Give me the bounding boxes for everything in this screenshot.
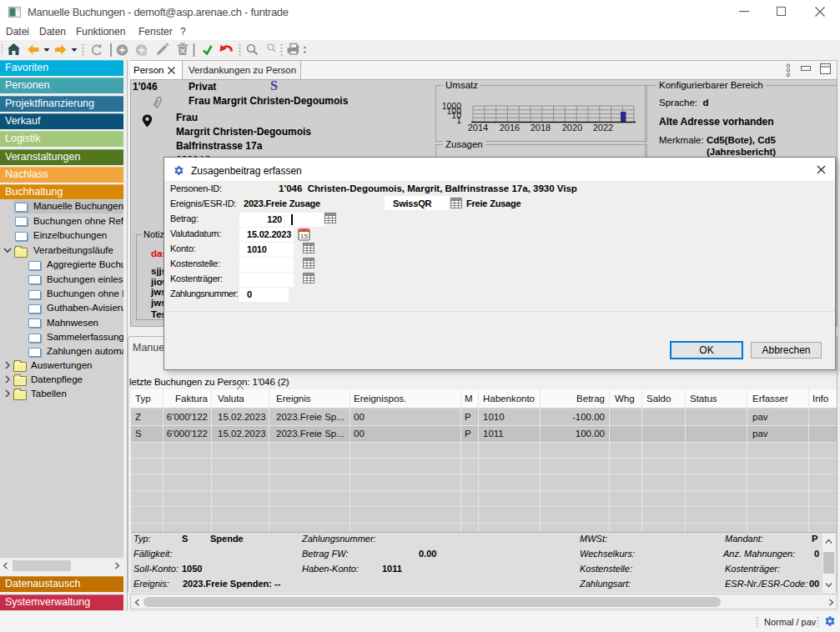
- svg-text:1: 1: [456, 115, 461, 125]
- svg-text:2014: 2014: [468, 123, 488, 133]
- svg-text:2022: 2022: [593, 123, 613, 133]
- svg-text:15: 15: [300, 233, 308, 240]
- svg-text:2020: 2020: [562, 123, 582, 133]
- svg-text:2018: 2018: [531, 123, 551, 133]
- svg-text:2016: 2016: [500, 123, 520, 133]
